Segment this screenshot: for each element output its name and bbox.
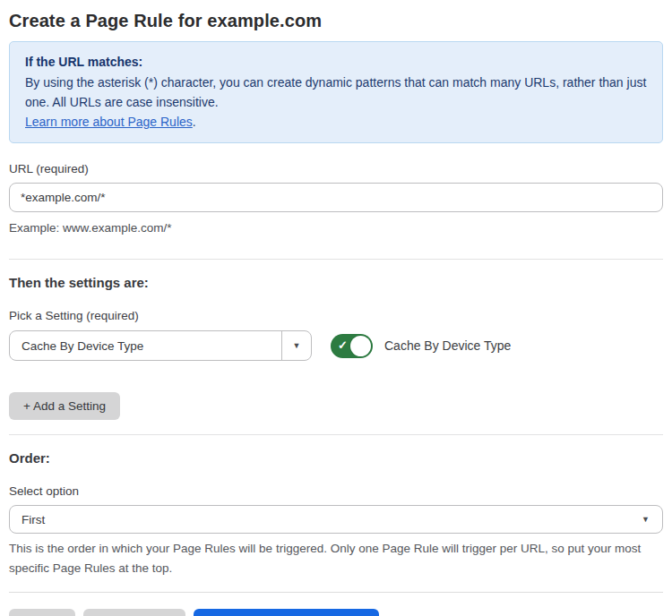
order-select[interactable]: First ▼	[9, 505, 663, 534]
url-input[interactable]	[9, 183, 663, 212]
order-section-heading: Order:	[9, 450, 663, 466]
settings-section-heading: Then the settings are:	[9, 275, 663, 290]
setting-row: Cache By Device Type ▼ ✓ Cache By Device…	[9, 330, 663, 361]
learn-more-link[interactable]: Learn more about Page Rules	[25, 115, 193, 129]
order-select-label: Select option	[9, 484, 663, 498]
footer-divider	[9, 592, 663, 593]
url-field-label: URL (required)	[9, 162, 663, 175]
setting-picker-label: Pick a Setting (required)	[9, 309, 663, 322]
url-example-helper: Example: www.example.com/*	[9, 218, 663, 237]
add-setting-button[interactable]: + Add a Setting	[9, 392, 120, 420]
info-box-heading: If the URL matches:	[25, 52, 647, 72]
setting-select-value: Cache By Device Type	[10, 331, 281, 360]
url-match-info-box: If the URL matches: By using the asteris…	[9, 41, 663, 143]
setting-select-arrow-button[interactable]: ▼	[281, 331, 311, 360]
section-divider	[9, 259, 663, 260]
cancel-button[interactable]: Cancel	[9, 609, 75, 616]
link-suffix: .	[193, 115, 196, 129]
save-as-draft-button[interactable]: Save as Draft	[83, 609, 185, 616]
info-box-body: By using the asterisk (*) character, you…	[25, 73, 647, 112]
toggle-label: Cache By Device Type	[384, 338, 511, 353]
order-divider	[9, 434, 663, 435]
info-box-link-line: Learn more about Page Rules.	[25, 112, 647, 132]
page-rule-form: Create a Page Rule for example.com If th…	[0, 0, 672, 616]
check-icon: ✓	[338, 339, 348, 351]
setting-select[interactable]: Cache By Device Type ▼	[9, 330, 312, 361]
chevron-down-icon: ▼	[642, 516, 650, 524]
footer-actions: Cancel Save as Draft Save and Deploy Pag…	[9, 609, 663, 616]
page-title: Create a Page Rule for example.com	[9, 8, 663, 33]
cache-by-device-type-toggle[interactable]: ✓	[331, 334, 373, 358]
order-select-value: First	[22, 513, 642, 526]
save-and-deploy-button[interactable]: Save and Deploy Page Rule	[194, 609, 380, 616]
chevron-down-icon: ▼	[293, 342, 301, 350]
toggle-knob	[350, 336, 371, 356]
order-helper-text: This is the order in which your Page Rul…	[9, 539, 654, 578]
